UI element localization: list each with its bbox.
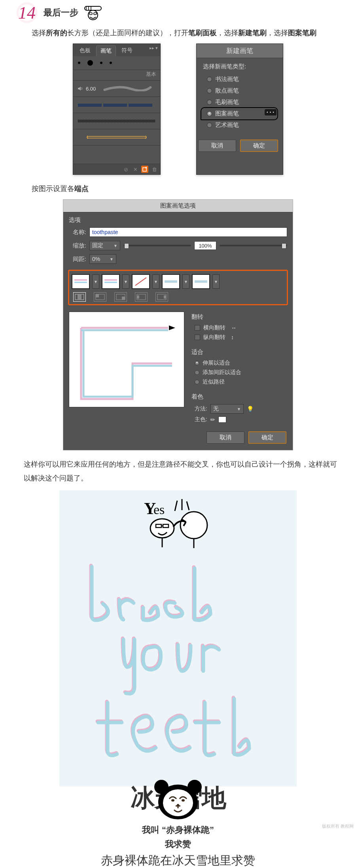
brush-list-row[interactable] [73, 113, 160, 129]
fit-stretch-radio[interactable]: 伸展以适合 [191, 358, 287, 368]
tab-brushes[interactable]: 画笔 [96, 45, 116, 56]
radio-calligraphic[interactable]: 书法画笔 [203, 74, 276, 85]
tab-symbols[interactable]: 符号 [117, 45, 136, 56]
scale-slider-2[interactable] [220, 245, 287, 246]
tile-dropdown[interactable]: ▼ [212, 274, 220, 289]
options-cancel-button[interactable]: 取消 [206, 431, 244, 444]
svg-point-42 [177, 804, 179, 806]
brush-preset-dot[interactable] [100, 62, 102, 64]
brush-panel: 色板 画笔 符号 ▸▸ ▾ 基本 6.00 [73, 43, 161, 175]
colorization-header: 着色 [191, 393, 287, 401]
spacing-input[interactable]: 0%▼ [89, 254, 116, 264]
name-input[interactable] [89, 227, 287, 237]
basic-label: 基本 [73, 70, 160, 81]
svg-rect-0 [85, 6, 101, 10]
ok-button[interactable]: 确定 [240, 140, 278, 152]
brush-preset-dot[interactable] [87, 60, 93, 66]
tile-dropdown[interactable]: ▼ [92, 274, 99, 289]
new-brush-icon[interactable] [141, 166, 148, 173]
brush-size-value: 6.00 [86, 86, 96, 92]
brush-sample-charcoal [77, 118, 156, 124]
fit-approx-radio[interactable]: 近似路径 [191, 377, 287, 387]
radio-pattern[interactable]: 图案画笔 • • • [203, 108, 276, 119]
speaker-icon [77, 85, 83, 92]
watermark: 版权所有 教程网 [322, 823, 354, 829]
svg-rect-11 [146, 167, 147, 168]
trash-icon[interactable]: 🗑 [151, 166, 158, 173]
meme-block: 冰天雪地 我叫 “赤身裸体跪” 我求赞 赤身裸体跪在冰天雪地里求赞 [63, 787, 293, 868]
options-section-label: 选项 [63, 212, 293, 225]
flip-h-checkbox[interactable]: 横向翻转 ↔ [191, 323, 287, 333]
scale-mode-select[interactable]: 固定▼ [89, 241, 120, 250]
footer-icon[interactable]: ⊘ [122, 166, 129, 173]
scale-slider[interactable] [123, 245, 191, 246]
brush-list-row[interactable] [73, 97, 160, 113]
tile-side[interactable] [72, 274, 90, 289]
intro-paragraph: 选择所有的长方形（还是上面同样的建议），打开笔刷面板，选择新建笔刷，选择图案笔刷 [32, 26, 340, 40]
svg-point-38 [187, 780, 202, 794]
brush-list-row[interactable]: 6.00 [73, 81, 160, 97]
brush-type-label: 选择新画笔类型: [203, 63, 276, 70]
svg-rect-22 [96, 294, 99, 297]
outro-paragraph: 这样你可以用它来应用任何的地方，但是注意路径不能交叉，你也可以自己设计一个拐角，… [24, 458, 340, 484]
brush-sample-stroke [99, 86, 156, 91]
dialog-title: 新建画笔 [197, 44, 283, 58]
name-label: 名称: [69, 229, 86, 236]
tile-slot-start-icon[interactable] [135, 292, 148, 302]
step-number: 14 [16, 2, 38, 24]
endpoint-note: 按图示设置各端点 [32, 182, 340, 195]
method-row: 方法: 无▼ 💡 [191, 403, 287, 415]
brush-sample-ribbon [77, 134, 156, 140]
flip-header: 翻转 [191, 313, 287, 321]
result-artwork: Y es [59, 490, 297, 787]
svg-rect-26 [137, 295, 139, 299]
svg-rect-9 [129, 104, 152, 107]
svg-rect-8 [103, 104, 127, 107]
fit-header: 适合 [191, 348, 287, 356]
tip-icon[interactable]: 💡 [247, 406, 254, 412]
yes-doodle: Y es [127, 497, 229, 549]
radio-bristle[interactable]: 毛刷画笔 [203, 96, 276, 108]
tile-dropdown[interactable]: ▼ [182, 274, 189, 289]
footer-icon[interactable]: ✕ [132, 166, 139, 173]
tile-dropdown[interactable]: ▼ [152, 274, 159, 289]
brush-preview [69, 312, 184, 407]
options-ok-button[interactable]: 确定 [248, 431, 286, 444]
method-select[interactable]: 无▼ [210, 404, 244, 414]
tile-inner-corner[interactable] [132, 274, 150, 289]
fit-space-radio[interactable]: 添加间距以适合 [191, 368, 287, 377]
tab-swatches[interactable]: 色板 [76, 45, 95, 56]
svg-text:es: es [153, 502, 165, 517]
radio-scatter[interactable]: 散点画笔 [203, 85, 276, 96]
brush-list-row[interactable] [73, 129, 160, 146]
brush-preset-dot[interactable] [110, 62, 112, 64]
svg-point-40 [171, 799, 174, 802]
options-dialog-title: 图案画笔选项 [63, 200, 293, 212]
svg-line-16 [135, 278, 146, 286]
svg-point-41 [182, 799, 185, 802]
ellipsis-icon: • • • [265, 109, 276, 115]
eyedropper-icon[interactable]: ✎ [209, 416, 217, 424]
tile-dropdown[interactable]: ▼ [122, 274, 129, 289]
svg-rect-5 [89, 13, 92, 15]
step-label: 最后一步 [44, 7, 78, 19]
cartoon-face-icon [84, 5, 102, 21]
tile-end[interactable] [192, 274, 210, 289]
tile-slot-end-icon[interactable] [155, 292, 168, 302]
flip-v-checkbox[interactable]: 纵向翻转 ↕ [191, 333, 287, 342]
tile-slot-corner-icon[interactable] [94, 292, 106, 302]
keycolor-swatch[interactable] [218, 416, 226, 423]
svg-rect-28 [164, 295, 166, 299]
tile-start[interactable] [162, 274, 180, 289]
panel-menu-icon[interactable]: ▸▸ ▾ [150, 45, 158, 56]
svg-rect-7 [78, 104, 102, 107]
cancel-button[interactable]: 取消 [198, 140, 236, 152]
tile-outer-corner[interactable] [102, 274, 120, 289]
scale-value[interactable]: 100% [194, 241, 216, 250]
keycolor-row: 主色: ✎ [191, 415, 287, 424]
tile-slot-inner-icon[interactable] [114, 292, 127, 302]
tile-slot-side-icon[interactable] [73, 292, 86, 302]
svg-rect-6 [94, 13, 97, 15]
brush-preset-dot[interactable] [78, 62, 80, 64]
radio-art[interactable]: 艺术画笔 [203, 119, 276, 131]
